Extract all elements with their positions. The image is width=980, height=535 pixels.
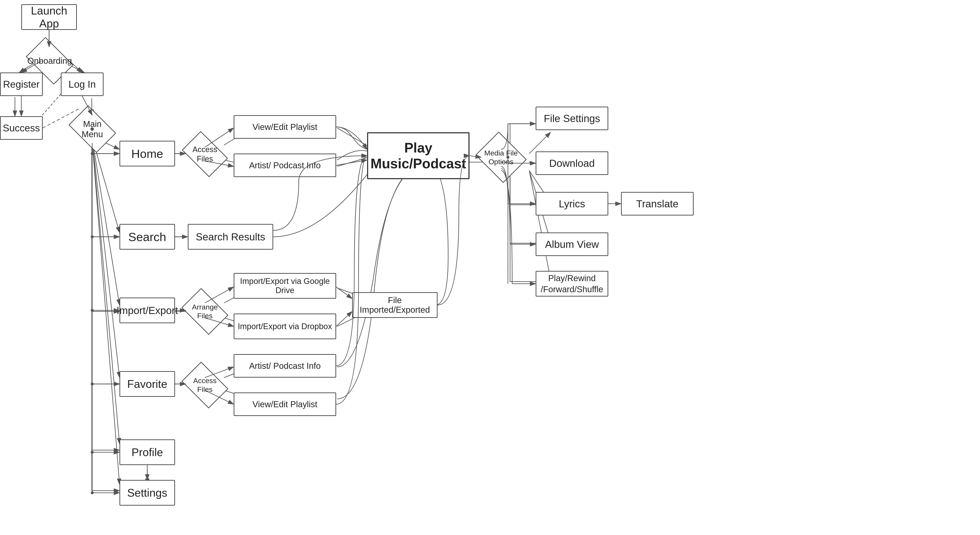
svg-point-55 xyxy=(91,309,94,312)
view-edit-playlist-home-node: View/Edit Playlist xyxy=(234,115,336,139)
file-imported-node: File Imported/Exported xyxy=(352,292,438,318)
launch-app-node: Launch App xyxy=(21,4,77,30)
artist-podcast-fav-node: Artist/ Podcast Info xyxy=(234,354,336,378)
favorite-node: Favorite xyxy=(119,371,175,397)
settings-node: Settings xyxy=(119,480,175,506)
success-node: Success xyxy=(0,116,43,140)
svg-point-53 xyxy=(91,235,94,238)
file-settings-node: File Settings xyxy=(536,107,608,130)
import-google-node: Import/Export via Google Drive xyxy=(234,273,336,298)
svg-line-71 xyxy=(336,311,352,326)
translate-node: Translate xyxy=(621,192,694,216)
import-export-node: Import/Export xyxy=(119,298,175,323)
onboarding-node: Onboarding xyxy=(30,47,69,75)
arrange-files-node: Arrange Files xyxy=(186,298,224,325)
svg-point-59 xyxy=(91,451,94,454)
svg-line-8 xyxy=(92,137,119,305)
register-node: Register xyxy=(0,73,43,96)
svg-line-10 xyxy=(92,137,119,444)
svg-point-57 xyxy=(91,383,94,386)
svg-line-35 xyxy=(529,132,550,154)
profile-node: Profile xyxy=(119,440,175,465)
main-menu-node: Main Menu xyxy=(73,115,112,143)
svg-point-61 xyxy=(91,491,94,494)
search-results-node: Search Results xyxy=(188,224,273,249)
login-node: Log In xyxy=(61,73,103,96)
download-node: Download xyxy=(536,151,608,175)
svg-line-70 xyxy=(336,287,352,298)
access-files-home-node: Access Files xyxy=(186,141,224,167)
svg-point-51 xyxy=(91,152,94,155)
svg-line-9 xyxy=(92,137,119,378)
search-node: Search xyxy=(119,224,175,249)
artist-podcast-info-home-node: Artist/ Podcast Info xyxy=(234,154,336,177)
play-rewind-node: Play/Rewind /Forward/Shuffle xyxy=(536,271,608,297)
svg-line-11 xyxy=(92,137,119,484)
view-edit-playlist-fav-node: View/Edit Playlist xyxy=(234,392,336,416)
import-dropbox-node: Import/Export via Dropbox xyxy=(234,314,336,339)
home-node: Home xyxy=(119,141,175,167)
play-music-podcast-node: Play Music/Podcast xyxy=(367,132,469,179)
svg-line-65 xyxy=(336,160,367,165)
flowchart: Launch App Onboarding Register Log In Su… xyxy=(0,0,980,535)
album-view-node: Album View xyxy=(536,232,608,256)
access-files-fav-node: Access Files xyxy=(186,371,224,399)
svg-line-39 xyxy=(529,171,550,279)
media-file-options-node: Media File Options xyxy=(481,141,521,174)
lyrics-node: Lyrics xyxy=(536,192,608,216)
